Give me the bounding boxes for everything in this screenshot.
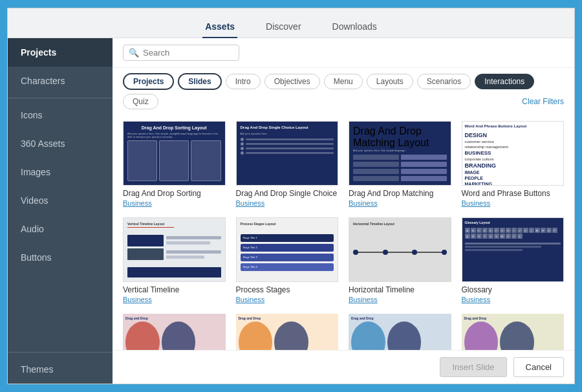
ht-dot-2 (383, 250, 388, 255)
filter-objectives[interactable]: Objectives (264, 74, 320, 89)
gl-line-2 (465, 246, 542, 248)
gl-q: Q (465, 234, 470, 239)
wap-branding: BRANDING (465, 162, 561, 169)
sidebar-item-projects[interactable]: Projects (8, 38, 113, 67)
dds-thumb-content: Drag And Drop Sorting Layout Ask your qu… (124, 122, 225, 185)
card-wap[interactable]: Word And Phrase Buttons Layout DESIGN cu… (462, 121, 565, 207)
partial-title-1: Drag and Drop (125, 316, 223, 320)
ht-layout-title: Horizontal Timeline Layout (353, 222, 447, 226)
filter-projects[interactable]: Projects (123, 73, 174, 90)
filter-interactions[interactable]: Interactions (475, 74, 534, 89)
filter-slides[interactable]: Slides (178, 73, 221, 90)
ddm-row-1 (353, 155, 447, 160)
tab-downloads[interactable]: Downloads (330, 16, 380, 38)
card-thumb-dds: Drag And Drop Sorting Layout Ask your qu… (123, 121, 226, 186)
cancel-button[interactable]: Cancel (513, 357, 564, 377)
gl-thumb-content: Glossary Layout A B C D E F G H (462, 218, 564, 281)
partial-thumb-4: Drag and Drop (462, 314, 565, 350)
ht-dots (353, 250, 447, 255)
card-partial-4[interactable]: Drag and Drop (462, 314, 565, 350)
sidebar-item-360assets[interactable]: 360 Assets (8, 129, 113, 158)
card-ddsc[interactable]: Drag And Drop Single Choice Layout Ask y… (236, 121, 339, 207)
card-category-ps[interactable]: Business (236, 296, 339, 303)
wap-image: IMAGE (465, 170, 561, 175)
ps-stage-2: Stage Title 2 (241, 244, 334, 252)
gl-v: V (494, 234, 499, 239)
vt-thumb-content: Vertical Timeline Layout (124, 218, 225, 281)
clear-filters-link[interactable]: Clear Filters (522, 97, 564, 106)
vt-img-2 (127, 248, 164, 260)
ddm-subtitle: Ask your question here. Use simple langu… (353, 149, 447, 152)
gl-y: Y (512, 234, 517, 239)
card-thumb-wap: Word And Phrase Buttons Layout DESIGN cu… (462, 121, 565, 186)
ps-stage-4: Stage Title 4 (241, 263, 334, 271)
filter-menu[interactable]: Menu (324, 74, 363, 89)
vt-text-1 (166, 236, 221, 239)
card-partial-2[interactable]: Drag and Drop (236, 314, 339, 350)
card-vt[interactable]: Vertical Timeline Layout (123, 217, 226, 303)
vt-text-4 (166, 256, 204, 259)
wap-thumb-content: Word And Phrase Buttons Layout DESIGN cu… (462, 122, 564, 185)
asset-grid: Drag And Drop Sorting Layout Ask your qu… (123, 121, 564, 350)
card-dds[interactable]: Drag And Drop Sorting Layout Ask your qu… (123, 121, 226, 207)
sidebar-item-characters[interactable]: Characters (8, 67, 113, 95)
partial-body-3 (351, 321, 449, 350)
gl-m: M (535, 228, 540, 233)
card-category-ddsc[interactable]: Business (236, 199, 339, 207)
sidebar-item-buttons[interactable]: Buttons (8, 243, 113, 272)
partial-content-2: Drag and Drop (236, 314, 339, 350)
partial-title-4: Drag and Drop (464, 316, 562, 320)
ht-dot-4 (442, 250, 447, 255)
sidebar-item-videos[interactable]: Videos (8, 186, 113, 215)
card-category-ht[interactable]: Business (349, 296, 451, 303)
card-category-dds[interactable]: Business (123, 199, 226, 207)
card-category-vt[interactable]: Business (123, 296, 226, 303)
gl-z: Z (517, 234, 523, 239)
vt-right (166, 229, 221, 266)
card-category-gl[interactable]: Business (462, 296, 565, 303)
filter-intro[interactable]: Intro (226, 74, 261, 89)
search-box[interactable]: 🔍 (123, 45, 239, 61)
sidebar-item-icons[interactable]: Icons (8, 101, 113, 129)
card-title-gl: Glossary (462, 285, 565, 294)
card-category-wap[interactable]: Business (462, 199, 565, 207)
ps-stage-2-label: Stage Title 2 (243, 246, 257, 249)
card-ht[interactable]: Horizontal Timeline Layout (349, 217, 451, 303)
insert-slide-button[interactable]: Insert Slide (440, 357, 506, 377)
vt-accent-line (127, 227, 174, 228)
ht-dot-3 (412, 250, 417, 255)
sidebar-divider (8, 98, 113, 98)
wap-text-lines: DESIGN customer service relationship man… (465, 132, 561, 186)
tab-assets[interactable]: Assets (202, 16, 237, 38)
filter-quiz[interactable]: Quiz (123, 94, 158, 109)
partial-title-3: Drag and Drop (351, 316, 449, 320)
card-ddm[interactable]: Drag And Drop Matching Layout Ask your q… (349, 121, 451, 207)
gl-c: C (477, 228, 482, 233)
card-partial-1[interactable]: Drag and Drop (123, 314, 226, 350)
option-line-4 (246, 152, 334, 154)
sidebar-item-audio[interactable]: Audio (8, 215, 113, 243)
filter-layouts[interactable]: Layouts (367, 74, 413, 89)
gl-j: J (517, 228, 523, 233)
partial-circle-6 (387, 321, 422, 350)
ps-stage-1-label: Stage Title 1 (243, 236, 257, 239)
ddm-cell-2b (401, 162, 447, 167)
filter-scenarios[interactable]: Scenarios (417, 74, 471, 89)
ddm-row-4 (353, 176, 447, 181)
main-body: Projects Characters Icons 360 Assets Ima… (8, 38, 574, 384)
card-gl[interactable]: Glossary Layout A B C D E F G H (462, 217, 565, 303)
sidebar-item-themes[interactable]: Themes (8, 355, 113, 384)
tab-discover[interactable]: Discover (263, 16, 303, 38)
card-partial-3[interactable]: Drag and Drop (349, 314, 451, 350)
ps-stages: Stage Title 1 Stage Title 2 Stage Title … (241, 227, 334, 278)
partial-thumb-3: Drag and Drop (349, 314, 451, 350)
card-ps[interactable]: Process Stages Layout Stage Title 1 Stag… (236, 217, 339, 303)
dds-box-1 (127, 140, 157, 181)
sidebar-divider-bottom (8, 352, 113, 353)
card-category-ddm[interactable]: Business (349, 199, 451, 207)
sidebar-item-images[interactable]: Images (8, 158, 113, 186)
ddsc-option-4 (241, 151, 334, 155)
partial-title-2: Drag and Drop (239, 316, 336, 320)
ht-thumb-content: Horizontal Timeline Layout (349, 218, 451, 281)
search-input[interactable] (143, 48, 233, 58)
